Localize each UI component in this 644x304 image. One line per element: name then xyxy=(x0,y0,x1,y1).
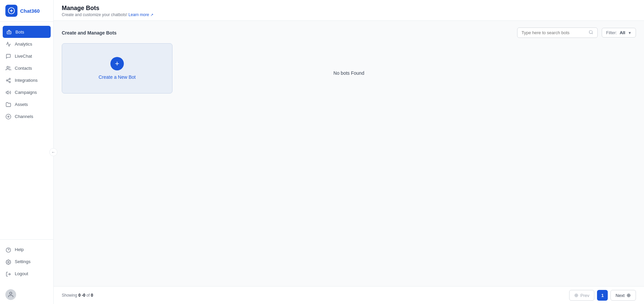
svg-rect-1 xyxy=(7,31,11,34)
sidebar-item-integrations[interactable]: Integrations xyxy=(0,74,53,86)
toolbar: Create and Manage Bots Filter: xyxy=(62,27,636,38)
sidebar-item-livechat[interactable]: LiveChat xyxy=(0,50,53,62)
livechat-icon xyxy=(5,53,11,59)
logo-icon xyxy=(5,5,17,17)
logo-area: Chat360 xyxy=(0,0,53,22)
settings-icon xyxy=(5,259,11,265)
contacts-icon xyxy=(5,65,11,71)
sidebar-item-livechat-label: LiveChat xyxy=(15,54,32,59)
sidebar-item-assets[interactable]: Assets xyxy=(0,98,53,110)
svg-marker-10 xyxy=(6,91,8,94)
logout-icon xyxy=(5,271,11,277)
sidebar-item-channels-label: Channels xyxy=(15,114,33,119)
search-box[interactable] xyxy=(517,27,598,38)
next-circle-icon: ⊕ xyxy=(627,292,631,298)
sidebar-item-contacts-label: Contacts xyxy=(15,66,32,71)
svg-point-16 xyxy=(10,292,12,295)
chevron-down-icon: ▼ xyxy=(628,31,632,35)
page-number-1[interactable]: 1 xyxy=(597,290,608,301)
learn-more-link[interactable]: Learn more xyxy=(129,12,149,17)
app-name: Chat360 xyxy=(20,8,40,14)
svg-point-4 xyxy=(7,66,8,68)
next-button[interactable]: Next ⊕ xyxy=(610,290,636,301)
campaigns-icon xyxy=(5,89,11,95)
footer: Showing 0 -0 of 0 ⊕ Prev 1 Next ⊕ xyxy=(54,286,644,304)
svg-point-11 xyxy=(8,116,9,117)
sidebar-item-help-label: Help xyxy=(15,247,24,252)
toolbar-right: Filter: All ▼ xyxy=(517,27,636,38)
assets-icon xyxy=(5,101,11,107)
sidebar-item-settings[interactable]: Settings xyxy=(0,256,53,268)
sidebar-item-analytics-label: Analytics xyxy=(15,42,32,47)
showing-text: Showing 0 -0 of 0 xyxy=(62,293,93,298)
channels-icon xyxy=(5,113,11,119)
pagination: ⊕ Prev 1 Next ⊕ xyxy=(569,290,636,301)
sidebar-item-contacts[interactable]: Contacts xyxy=(0,62,53,74)
sidebar-item-integrations-label: Integrations xyxy=(15,78,38,83)
sidebar-item-bots-label: Bots xyxy=(15,29,24,35)
sidebar-item-channels[interactable]: Channels xyxy=(0,110,53,122)
svg-point-17 xyxy=(589,31,592,34)
search-input[interactable] xyxy=(522,30,586,35)
page-title: Manage Bots xyxy=(62,5,636,12)
svg-line-18 xyxy=(592,33,593,34)
sidebar-item-logout[interactable]: Logout xyxy=(0,268,53,280)
filter-dropdown[interactable]: Filter: All ▼ xyxy=(602,28,636,38)
main-content: Manage Bots Create and customize your ch… xyxy=(54,0,644,304)
prev-circle-icon: ⊕ xyxy=(574,292,579,298)
help-icon xyxy=(5,247,11,253)
svg-point-5 xyxy=(9,78,10,79)
sidebar-item-campaigns-label: Campaigns xyxy=(15,90,37,95)
prev-button[interactable]: ⊕ Prev xyxy=(569,290,595,301)
filter-value: All xyxy=(620,30,625,35)
page-subtitle: Create and customize your chatbots! Lear… xyxy=(62,12,636,17)
svg-point-2 xyxy=(8,33,8,33)
nav-items: Bots Analytics LiveChat xyxy=(0,22,53,239)
svg-point-14 xyxy=(8,261,9,263)
bots-grid: + Create a New Bot xyxy=(62,43,636,94)
sidebar-item-help[interactable]: Help xyxy=(0,244,53,256)
sidebar-collapse-button[interactable]: ← xyxy=(49,148,57,156)
integrations-icon xyxy=(5,77,11,83)
avatar-area xyxy=(0,285,53,304)
filter-label: Filter: xyxy=(606,30,617,35)
sidebar-item-campaigns[interactable]: Campaigns xyxy=(0,86,53,98)
svg-point-3 xyxy=(9,33,10,33)
svg-point-7 xyxy=(9,81,10,83)
svg-line-9 xyxy=(8,79,9,80)
sidebar: Chat360 Bots Analytics xyxy=(0,0,54,304)
avatar[interactable] xyxy=(5,289,16,300)
svg-line-8 xyxy=(8,81,9,82)
create-bot-card[interactable]: + Create a New Bot xyxy=(62,43,172,94)
toolbar-title: Create and Manage Bots xyxy=(62,30,116,36)
page-header: Manage Bots Create and customize your ch… xyxy=(54,0,644,21)
plus-button: + xyxy=(110,57,124,70)
sidebar-item-settings-label: Settings xyxy=(15,259,31,264)
create-bot-label: Create a New Bot xyxy=(99,74,136,80)
sidebar-item-analytics[interactable]: Analytics xyxy=(0,38,53,50)
sidebar-item-assets-label: Assets xyxy=(15,102,28,107)
bots-icon xyxy=(6,29,12,35)
search-icon xyxy=(589,30,593,36)
sidebar-bottom: Help Settings Logout xyxy=(0,239,53,285)
svg-point-6 xyxy=(6,80,8,81)
analytics-icon xyxy=(5,41,11,47)
sidebar-item-bots[interactable]: Bots xyxy=(3,26,51,38)
sidebar-item-logout-label: Logout xyxy=(15,271,28,276)
content-area: Create and Manage Bots Filter: xyxy=(54,21,644,286)
